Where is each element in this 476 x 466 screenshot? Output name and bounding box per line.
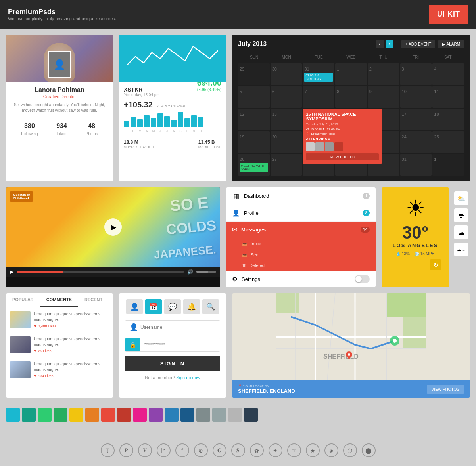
color-swatch[interactable] — [117, 408, 131, 422]
volume-icon[interactable]: 🔊 — [187, 269, 193, 275]
map-widget: SHEFFIELD 📍 YOUR LOCATION SHEFFIELD, ENG… — [232, 293, 470, 398]
color-swatch[interactable] — [54, 408, 67, 422]
cal-next-btn[interactable]: › — [386, 40, 393, 48]
cal-cell-18[interactable]: 18 — [432, 109, 464, 130]
video-progress-bar[interactable] — [17, 271, 184, 273]
add-event-btn[interactable]: + ADD EVENT — [401, 40, 435, 48]
volume-bar[interactable] — [196, 271, 216, 273]
menu-item-profile[interactable]: 👤 Profile 8 — [226, 204, 376, 222]
social-icon-trophy[interactable]: ★ — [306, 443, 320, 457]
cal-cell-25[interactable]: 25 — [432, 131, 464, 153]
color-swatch[interactable] — [228, 408, 242, 422]
social-icon-cap[interactable]: ⬤ — [362, 443, 376, 457]
cal-cell-10[interactable]: 10 — [400, 86, 432, 108]
cal-cell-26[interactable]: 26MEETING WITH JOHN — [238, 154, 270, 176]
color-swatch[interactable] — [165, 408, 178, 422]
view-photos-btn[interactable]: VIEW PHOTOS — [306, 153, 379, 160]
header: PremiumPsds We love simplicity. Truly am… — [0, 0, 476, 29]
form-tab-person[interactable]: 👤 — [126, 299, 143, 314]
username-input[interactable] — [125, 321, 220, 334]
color-swatch[interactable] — [133, 408, 147, 422]
deleted-item[interactable]: 🗑 Deleted — [226, 260, 376, 271]
social-icon-dribbble[interactable]: ⊕ — [194, 443, 208, 457]
cal-cell-11[interactable]: 11 — [432, 86, 464, 108]
social-icon-download[interactable]: ⬡ — [343, 443, 357, 457]
cal-cell-24[interactable]: 24 — [400, 131, 432, 153]
cal-cell-9[interactable]: 9 — [368, 86, 399, 108]
cal-cell-4[interactable]: 4 — [432, 63, 464, 85]
tab-comments[interactable]: COMMENTS — [40, 293, 78, 307]
cal-cell-19[interactable]: 19 — [238, 131, 270, 153]
cal-cell-30[interactable]: 30 — [271, 63, 302, 85]
cal-cell-3[interactable]: 3 — [400, 63, 432, 85]
cal-cell-12[interactable]: 12 — [238, 109, 270, 130]
color-swatch[interactable] — [6, 408, 20, 422]
cal-cell-31b[interactable]: 31 — [400, 154, 432, 176]
menu-item-messages[interactable]: ✉ Messages 14 📥 Inbox 📤 Sent — [226, 222, 376, 271]
social-icon-camera[interactable]: ◈ — [324, 443, 338, 457]
cal-cell-31[interactable]: 3103:00 AM - BIRTHDAY... — [303, 63, 334, 85]
cal-cell-6[interactable]: 6 — [271, 86, 302, 108]
color-swatch[interactable] — [212, 408, 226, 422]
cal-prev-btn[interactable]: ‹ — [376, 40, 384, 48]
weather-humidity: 💧 13% — [396, 252, 410, 256]
play-button[interactable]: ▶ — [104, 218, 122, 236]
stock-bottom: 18.3 M SHARES TRADED 13.45 B MARKET CAP — [124, 136, 221, 149]
cal-cell-14[interactable]: 14 26TH NATIONAL SPACE SYMPOSIUM Tuesday… — [303, 109, 334, 130]
cal-cell-17[interactable]: 17 — [400, 109, 432, 130]
tab-recent[interactable]: RECENT — [78, 293, 109, 307]
social-icon-instagram[interactable]: ☞ — [287, 443, 301, 457]
social-icon-twitter[interactable]: 𝕋 — [101, 443, 115, 457]
color-swatch[interactable] — [22, 408, 36, 422]
cal-cell-5[interactable]: 5 — [238, 86, 270, 108]
signin-button[interactable]: SIGN IN — [125, 356, 220, 371]
video-text-so: SO E — [170, 194, 209, 215]
play-icon[interactable]: ▶ — [104, 218, 122, 236]
social-icon-facebook[interactable]: 𝐟 — [175, 443, 189, 457]
cal-cell-13[interactable]: 13 — [271, 109, 302, 130]
cal-cell-29[interactable]: 29 — [238, 63, 270, 85]
social-icon-stumbleupon[interactable]: 𝐒 — [231, 443, 245, 457]
color-swatch[interactable] — [244, 408, 258, 422]
cal-day-name: WED — [335, 53, 367, 61]
color-swatch[interactable] — [196, 408, 210, 422]
cal-cell-2[interactable]: 2 — [368, 63, 399, 85]
cal-cell-7[interactable]: 7 — [303, 86, 334, 108]
color-swatch[interactable] — [38, 408, 52, 422]
form-tab-calendar[interactable]: 📅 — [145, 299, 162, 314]
color-swatch[interactable] — [101, 408, 115, 422]
password-input[interactable] — [140, 338, 220, 351]
menu-item-dashboard[interactable]: ▦ Dashboard 1 — [226, 187, 376, 204]
social-icon-flickr[interactable]: ✿ — [250, 443, 264, 457]
inbox-item[interactable]: 📥 Inbox — [226, 238, 376, 249]
cal-cell-8[interactable]: 8 — [335, 86, 367, 108]
social-icon-google-plus[interactable]: 𝐆 — [213, 443, 226, 457]
color-swatch[interactable] — [85, 408, 99, 422]
social-icon-pinterest[interactable]: 𝐏 — [119, 443, 133, 457]
alarm-btn[interactable]: ▶ ALARM — [438, 40, 464, 48]
signup-link[interactable]: Sign up now — [176, 375, 200, 380]
sent-item[interactable]: 📤 Sent — [226, 249, 376, 260]
weather-refresh-btn[interactable]: ↻ — [430, 259, 441, 270]
tab-popular[interactable]: POPULAR — [6, 293, 40, 307]
play-control-icon[interactable]: ▶ — [10, 269, 13, 275]
attendee-2 — [315, 142, 324, 151]
weather-rainy-icon: 🌧 — [454, 208, 468, 222]
cal-cell-1b[interactable]: 1 — [432, 154, 464, 176]
cal-cell-27[interactable]: 27 — [271, 154, 302, 176]
form-tab-user2[interactable]: 🔔 — [183, 299, 200, 314]
color-swatch[interactable] — [180, 408, 194, 422]
cal-cell-20[interactable]: 20 — [271, 131, 302, 153]
form-tab-search[interactable]: 🔍 — [202, 299, 219, 314]
map-view-photos-btn[interactable]: VIEW PHOTOS — [427, 385, 464, 394]
menu-item-settings[interactable]: ⚙ Settings — [226, 271, 376, 287]
social-icon-linkedin[interactable]: in — [157, 443, 171, 457]
color-swatch[interactable] — [69, 408, 83, 422]
weather-city: LOS ANGELES — [390, 243, 441, 248]
settings-toggle[interactable] — [355, 275, 370, 283]
form-tab-chat[interactable]: 💬 — [164, 299, 181, 314]
cal-cell-1[interactable]: 1 — [335, 63, 367, 85]
color-swatch[interactable] — [149, 408, 163, 422]
social-icon-dropbox[interactable]: ✦ — [269, 443, 282, 457]
social-icon-vimeo[interactable]: 𝐕 — [138, 443, 152, 457]
